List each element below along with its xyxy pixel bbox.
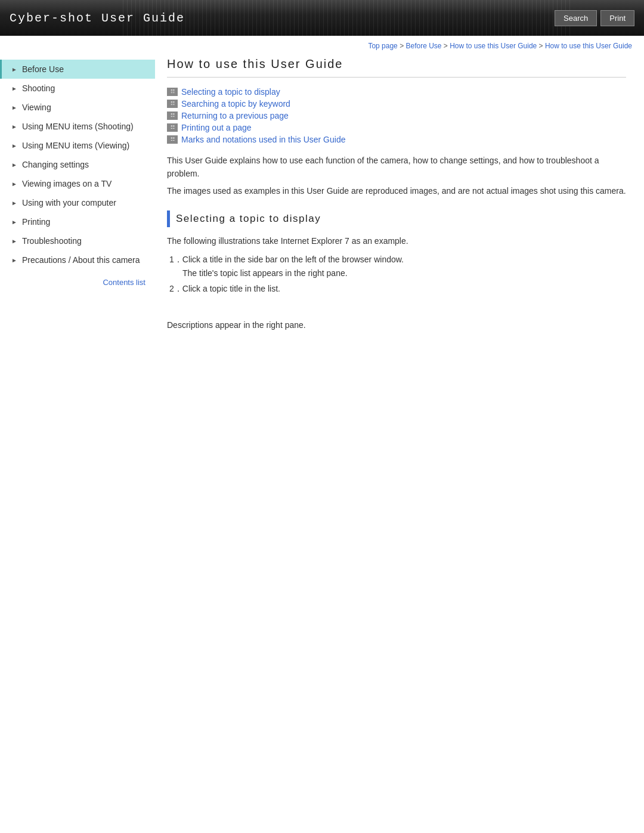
list-item: ☷ Printing out a page: [167, 123, 626, 132]
topic-links-list: ☷ Selecting a topic to display ☷ Searchi…: [167, 87, 626, 144]
description-text-1: This User Guide explains how to use each…: [167, 154, 626, 181]
list-item: ☷ Returning to a previous page: [167, 111, 626, 120]
header: Cyber-shot User Guide Search Print: [0, 0, 644, 36]
arrow-icon: ►: [11, 143, 17, 149]
list-item: ☷ Searching a topic by keyword: [167, 99, 626, 109]
sidebar-item-label: Precautions / About this camera: [22, 255, 140, 265]
sidebar-item-viewing-tv[interactable]: ► Viewing images on a TV: [0, 174, 155, 193]
sidebar-item-menu-shooting[interactable]: ► Using MENU items (Shooting): [0, 117, 155, 136]
contents-list-link[interactable]: Contents list: [0, 270, 155, 287]
sidebar-item-changing-settings[interactable]: ► Changing settings: [0, 155, 155, 174]
main-layout: ► Before Use ► Shooting ► Viewing ► Usin…: [0, 54, 644, 348]
breadcrumb-link-top[interactable]: Top page: [368, 42, 397, 50]
step-1: 1．Click a title in the side bar on the l…: [167, 253, 626, 281]
arrow-icon: ►: [11, 123, 17, 130]
arrow-icon: ►: [11, 85, 17, 92]
sidebar-item-label: Shooting: [22, 83, 55, 93]
breadcrumb-link-before-use[interactable]: Before Use: [405, 42, 441, 50]
sidebar-item-label: Using MENU items (Viewing): [22, 141, 129, 150]
sidebar-item-shooting[interactable]: ► Shooting: [0, 79, 155, 98]
page-title: How to use this User Guide: [167, 57, 626, 78]
header-title: Cyber-shot User Guide: [10, 11, 185, 25]
topic-link-printing[interactable]: Printing out a page: [181, 123, 252, 132]
sidebar: ► Before Use ► Shooting ► Viewing ► Usin…: [0, 54, 155, 348]
sidebar-item-precautions[interactable]: ► Precautions / About this camera: [0, 250, 155, 270]
sidebar-item-computer[interactable]: ► Using with your computer: [0, 193, 155, 212]
topic-icon: ☷: [167, 123, 178, 132]
breadcrumb: Top page > Before Use > How to use this …: [0, 36, 644, 54]
sidebar-item-viewing[interactable]: ► Viewing: [0, 98, 155, 117]
sidebar-item-menu-viewing[interactable]: ► Using MENU items (Viewing): [0, 136, 155, 155]
step-1-text: 1．Click a title in the side bar on the l…: [169, 255, 404, 264]
step-1-subtext: The title's topic list appears in the ri…: [169, 267, 626, 281]
sidebar-item-label: Viewing images on a TV: [22, 179, 112, 188]
arrow-icon: ►: [11, 104, 17, 111]
topic-icon: ☷: [167, 88, 178, 96]
sidebar-item-label: Changing settings: [22, 160, 89, 169]
breadcrumb-link-how-to-1[interactable]: How to use this User Guide: [450, 42, 537, 50]
topic-link-marks[interactable]: Marks and notations used in this User Gu…: [181, 135, 345, 144]
topic-link-searching[interactable]: Searching a topic by keyword: [181, 99, 290, 109]
descriptions-appear-text: Descriptions appear in the right pane.: [167, 320, 626, 330]
sidebar-item-printing[interactable]: ► Printing: [0, 212, 155, 231]
list-item: ☷ Marks and notations used in this User …: [167, 135, 626, 144]
topic-link-returning[interactable]: Returning to a previous page: [181, 111, 289, 120]
list-item: ☷ Selecting a topic to display: [167, 87, 626, 97]
topic-link-selecting[interactable]: Selecting a topic to display: [181, 87, 280, 97]
sidebar-item-label: Viewing: [22, 103, 51, 112]
topic-icon: ☷: [167, 112, 178, 120]
breadcrumb-link-how-to-2[interactable]: How to use this User Guide: [545, 42, 632, 50]
topic-icon: ☷: [167, 135, 178, 144]
section-title-selecting: Selecting a topic to display: [176, 213, 321, 225]
sidebar-item-label: Printing: [22, 217, 50, 227]
steps-list: 1．Click a title in the side bar on the l…: [167, 253, 626, 296]
arrow-icon: ►: [11, 66, 17, 73]
section-bar: [167, 210, 170, 227]
topic-icon: ☷: [167, 100, 178, 108]
sidebar-item-troubleshooting[interactable]: ► Troubleshooting: [0, 231, 155, 250]
contents-list-anchor[interactable]: Contents list: [103, 278, 145, 287]
sidebar-item-label: Using with your computer: [22, 198, 116, 208]
arrow-icon: ►: [11, 219, 17, 225]
arrow-icon: ►: [11, 238, 17, 244]
arrow-icon: ►: [11, 200, 17, 206]
content-area: How to use this User Guide ☷ Selecting a…: [155, 54, 644, 348]
arrow-icon: ►: [11, 162, 17, 168]
search-button[interactable]: Search: [555, 10, 597, 26]
section-heading-selecting: Selecting a topic to display: [167, 210, 626, 227]
step-2-text: 2．Click a topic title in the list.: [169, 284, 280, 293]
sidebar-item-label: Before Use: [22, 64, 64, 74]
sidebar-item-label: Troubleshooting: [22, 236, 82, 246]
arrow-icon: ►: [11, 257, 17, 264]
arrow-icon: ►: [11, 181, 17, 187]
step-2: 2．Click a topic title in the list.: [167, 282, 626, 296]
header-buttons: Search Print: [555, 10, 634, 26]
sidebar-item-label: Using MENU items (Shooting): [22, 122, 134, 131]
print-button[interactable]: Print: [600, 10, 634, 26]
section-intro: The following illustrations take Interne…: [167, 234, 626, 247]
description-text-2: The images used as examples in this User…: [167, 184, 626, 197]
sidebar-item-before-use[interactable]: ► Before Use: [0, 60, 155, 79]
